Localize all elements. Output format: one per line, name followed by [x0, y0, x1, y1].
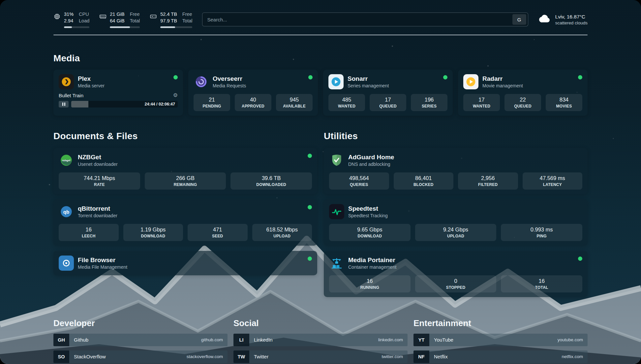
playback-progress-fill	[71, 101, 88, 107]
stat-value: 744.21 Mbps	[60, 175, 139, 181]
bookmark-url: stackoverflow.com	[187, 354, 223, 359]
weather-widget: Lviv, 16.87°C scattered clouds	[538, 12, 588, 27]
bookmark-github[interactable]: GH Github github.com	[53, 334, 228, 346]
app-desc: Media Requests	[213, 83, 246, 88]
search-input[interactable]	[207, 17, 512, 22]
qbittorrent-icon: qb	[59, 204, 74, 219]
stat-label: PENDING	[195, 104, 229, 108]
cpu-progress-bar	[64, 26, 89, 28]
documents-section-title: Documents & Files	[53, 131, 317, 141]
app-name: Sonarr	[348, 75, 389, 82]
pause-button[interactable]	[59, 101, 69, 107]
disk-progress-fill	[160, 26, 175, 28]
app-name: Media Portainer	[348, 257, 396, 264]
memory-free-value: 21 GiB	[110, 11, 124, 17]
stat-value: 47.569 ms	[524, 175, 581, 181]
gear-icon[interactable]: ⚙	[173, 93, 178, 98]
stat-value: 17	[371, 97, 405, 103]
disk-icon	[150, 13, 157, 21]
portainer-card[interactable]: Media Portainer Container management 16 …	[324, 251, 588, 297]
entertainment-title: Entertainment	[413, 318, 588, 328]
filebrowser-card[interactable]: File Browser Media File Management	[53, 251, 317, 275]
stat-label: DOWNLOADED	[232, 182, 311, 187]
memory-total-label: Total	[130, 18, 140, 24]
app-name: Overseerr	[213, 75, 246, 82]
app-desc: Series management	[348, 83, 389, 88]
bookmark-abbr: NF	[413, 350, 429, 363]
stat-value: 471	[189, 227, 246, 233]
nzbget-card[interactable]: nzbget NZBGet Usenet downloader 744.21 M…	[53, 148, 317, 194]
stat-label: DOWNLOAD	[125, 234, 182, 238]
playback-progress-bar[interactable]: 24:44 / 02:06:47	[71, 101, 178, 107]
stat-value: 498,564	[330, 175, 388, 181]
stat-label: STOPPED	[416, 285, 495, 290]
memory-free-label: Free	[130, 11, 140, 17]
media-section-title: Media	[53, 53, 588, 64]
stat-label: AVAILABLE	[277, 104, 311, 108]
stat-box: 485 WANTED	[328, 94, 365, 111]
stat-value: 196	[412, 97, 446, 103]
stat-box: 266 GB REMAINING	[145, 172, 226, 190]
radarr-icon	[463, 74, 478, 89]
bookmark-abbr: SO	[53, 350, 69, 363]
nzbget-icon: nzbget	[59, 153, 74, 168]
sonarr-card[interactable]: Sonarr Series management 485 WANTED 17 Q…	[323, 70, 453, 116]
app-desc: Container management	[348, 264, 396, 270]
stat-label: WANTED	[330, 104, 364, 108]
stat-box: 21 PENDING	[194, 94, 230, 111]
adguard-card[interactable]: AdGuard Home DNS and adblocking 498,564 …	[324, 148, 588, 194]
search-engine-button[interactable]: G	[512, 14, 526, 25]
stat-value: 39.6 TB	[232, 175, 311, 181]
speedtest-card[interactable]: Speedtest Speedtest Tracking 9.65 Gbps D…	[324, 199, 588, 246]
radarr-card[interactable]: Radarr Movie management 17 WANTED 22 QUE…	[458, 70, 588, 116]
bookmark-linkedin[interactable]: LI LinkedIn linkedin.com	[233, 334, 408, 346]
stat-label: SEED	[189, 234, 246, 238]
svg-text:qb: qb	[63, 209, 69, 214]
bookmark-twitter[interactable]: TW Twitter twitter.com	[233, 350, 408, 363]
bookmark-url: netflix.com	[562, 354, 583, 359]
status-online-dot	[578, 257, 582, 261]
bookmark-abbr: TW	[233, 350, 249, 363]
status-online-dot	[173, 75, 178, 79]
stat-label: REMAINING	[146, 182, 225, 187]
stat-box: 47.569 ms LATENCY	[523, 172, 583, 190]
plex-card[interactable]: Plex Media server Bullet Train ⚙ 24:4	[53, 70, 183, 116]
stat-label: FILTERED	[459, 182, 517, 187]
stat-box: 16 LEECH	[59, 224, 119, 241]
bookmark-abbr: GH	[53, 334, 69, 346]
cpu-label: CPU	[79, 11, 89, 17]
bookmark-stackoverflow[interactable]: SO StackOverflow stackoverflow.com	[53, 350, 228, 363]
stat-label: RATE	[60, 182, 139, 187]
section-media: Media Plex Media server	[53, 53, 588, 116]
stat-box: 16 TOTAL	[501, 275, 582, 292]
stat-value: 9.65 Gbps	[330, 227, 409, 233]
stat-box: 39.6 TB DOWNLOADED	[230, 172, 312, 190]
stat-box: 618.52 Mbps UPLOAD	[252, 224, 312, 241]
bookmark-netflix[interactable]: NF Netflix netflix.com	[413, 350, 588, 363]
search-bar: G	[202, 13, 528, 26]
overseerr-card[interactable]: Overseerr Media Requests 21 PENDING 40 A…	[188, 70, 318, 116]
stat-box: 86,401 BLOCKED	[394, 172, 454, 190]
weather-condition: scattered clouds	[555, 20, 588, 25]
stat-box: 40 APPROVED	[235, 94, 271, 111]
stat-box: 0.993 ms PING	[501, 224, 582, 241]
stat-box: 498,564 QUERIES	[329, 172, 389, 190]
stat-box: 744.21 Mbps RATE	[59, 172, 140, 190]
stat-box: 196 SERIES	[411, 94, 447, 111]
stat-label: UPLOAD	[254, 234, 311, 238]
app-name: Speedtest	[348, 205, 388, 212]
app-desc: DNS and adblocking	[348, 162, 394, 167]
stat-box: 945 AVAILABLE	[276, 94, 313, 111]
bookmark-name: LinkedIn	[254, 337, 273, 343]
bookmark-youtube[interactable]: YT YouTube youtube.com	[413, 334, 588, 346]
bookmark-name: Github	[74, 337, 88, 343]
stat-value: 945	[277, 97, 311, 103]
pause-icon	[64, 103, 65, 106]
stat-value: 16	[502, 278, 581, 284]
stat-value: 17	[465, 97, 499, 103]
sonarr-icon	[328, 74, 344, 89]
stat-box: 22 QUEUED	[504, 94, 541, 111]
playback-time: 24:44 / 02:06:47	[145, 102, 178, 106]
qbittorrent-card[interactable]: qb qBittorrent Torrent downloader 16 LEE…	[53, 199, 317, 246]
stat-label: QUEUED	[371, 104, 405, 108]
